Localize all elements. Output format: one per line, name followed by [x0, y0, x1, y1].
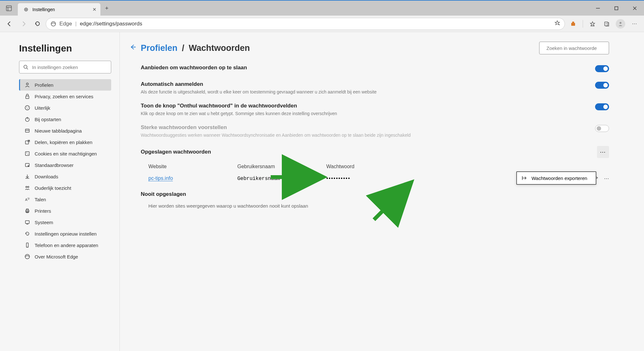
setting-toggle[interactable]	[595, 103, 609, 110]
edge-icon	[24, 254, 30, 259]
svg-point-4	[25, 9, 27, 10]
minimize-button[interactable]	[589, 1, 607, 16]
sidebar-item-label: Nieuwe tabbladpagina	[35, 128, 82, 134]
setting-toggle[interactable]	[595, 65, 609, 72]
new-tab-button[interactable]: +	[100, 1, 113, 16]
back-button[interactable]	[4, 18, 15, 30]
extension-icon[interactable]	[567, 18, 579, 30]
close-tab-icon[interactable]: ✕	[92, 7, 97, 12]
sidebar-item-label: Over Microsoft Edge	[35, 254, 78, 259]
tab-title: Instellingen	[32, 7, 55, 12]
page-search-input[interactable]	[546, 45, 607, 51]
password-table-header: Website Gebruikersnaam Wachtwoord	[129, 164, 609, 169]
sidebar-item-delen-kopi-ren-en-plakken[interactable]: Delen, kopiëren en plakken	[19, 136, 111, 148]
app-menu-icon[interactable]	[0, 1, 18, 16]
svg-point-36	[28, 165, 29, 167]
svg-rect-32	[25, 152, 29, 155]
setting-row: Sterke wachtwoorden voorstellenWachtwoor…	[129, 124, 609, 138]
svg-rect-11	[571, 23, 575, 26]
setting-desc: Wachtwoordsuggesties werken wanneer Wach…	[141, 133, 411, 138]
toolbar: Edge | edge://settings/passwords ⋯	[0, 16, 644, 32]
sidebar-title: Instellingen	[19, 43, 111, 54]
setting-desc: Als deze functie is uitgeschakeld, wordt…	[141, 89, 376, 94]
breadcrumb-parent[interactable]: Profielen	[141, 43, 178, 53]
svg-rect-14	[605, 22, 608, 26]
forward-button[interactable]	[18, 18, 29, 30]
profile-avatar[interactable]	[615, 18, 626, 30]
reset-icon	[24, 231, 30, 237]
edge-icon	[51, 21, 56, 27]
svg-point-22	[25, 106, 30, 110]
sidebar: Instellingen ProfielenPrivacy, zoeken en…	[0, 32, 120, 351]
password-row-more-icon[interactable]: ⋯	[604, 176, 609, 182]
setting-title: Automatisch aanmelden	[141, 81, 376, 87]
family-icon	[24, 185, 30, 191]
sidebar-item-ouderlijk-toezicht[interactable]: Ouderlijk toezicht	[19, 182, 111, 194]
setting-toggle[interactable]	[595, 125, 609, 132]
system-icon	[24, 219, 30, 225]
cookie-icon	[24, 151, 30, 156]
sidebar-item-privacy-zoeken-en-services[interactable]: Privacy, zoeken en services	[19, 91, 111, 102]
maximize-button[interactable]	[607, 1, 626, 16]
setting-title: Sterke wachtwoorden voorstellen	[141, 124, 411, 131]
svg-point-49	[27, 246, 28, 247]
sidebar-item-printers[interactable]: Printers	[19, 205, 111, 217]
setting-row: Aanbieden om wachtwoorden op te slaan	[129, 65, 609, 73]
sidebar-item-talen[interactable]: A字Talen	[19, 194, 111, 205]
refresh-button[interactable]	[32, 18, 43, 30]
address-bar[interactable]: Edge | edge://settings/passwords	[46, 18, 565, 30]
export-passwords-menu-item[interactable]: Wachtwoorden exporteren	[516, 171, 596, 185]
saved-passwords-more-button[interactable]: ⋯	[597, 146, 609, 158]
column-username: Gebruikersnaam	[237, 164, 326, 169]
column-password: Wachtwoord	[326, 164, 609, 169]
sidebar-item-cookies-en-site-machtigingen[interactable]: Cookies en site machtigingen	[19, 148, 111, 159]
svg-point-34	[28, 154, 28, 155]
close-window-button[interactable]	[626, 1, 644, 16]
sidebar-item-profielen[interactable]: Profielen	[19, 79, 111, 91]
profile-icon	[24, 82, 30, 88]
svg-rect-44	[26, 209, 28, 210]
setting-toggle[interactable]	[595, 82, 609, 89]
svg-line-57	[374, 185, 409, 220]
sidebar-item-downloads[interactable]: Downloads	[19, 171, 111, 182]
svg-line-19	[27, 68, 28, 69]
sidebar-item-over-microsoft-edge[interactable]: Over Microsoft Edge	[19, 251, 111, 262]
sidebar-search[interactable]	[19, 61, 111, 73]
sidebar-item-nieuwe-tabbladpagina[interactable]: Nieuwe tabbladpagina	[19, 125, 111, 136]
phone-icon	[24, 242, 30, 248]
sidebar-item-uiterlijk[interactable]: Uiterlijk	[19, 102, 111, 114]
collections-icon[interactable]	[601, 18, 612, 30]
favorites-icon[interactable]	[587, 18, 598, 30]
sidebar-item-systeem[interactable]: Systeem	[19, 217, 111, 228]
page-search[interactable]	[539, 42, 609, 54]
svg-point-9	[51, 22, 56, 26]
annotation-arrow	[269, 171, 326, 185]
language-icon: A字	[24, 196, 30, 202]
svg-point-3	[24, 8, 28, 11]
tab-icon	[24, 128, 30, 134]
sidebar-item-label: Systeem	[35, 220, 53, 225]
browser-tab[interactable]: Instellingen ✕	[18, 3, 100, 16]
svg-point-33	[26, 153, 27, 153]
favorite-star-icon[interactable]	[554, 20, 560, 27]
breadcrumb-back-icon[interactable]	[129, 44, 136, 52]
svg-point-50	[25, 254, 30, 259]
svg-point-20	[26, 83, 28, 85]
svg-point-24	[28, 107, 29, 107]
sidebar-search-input[interactable]	[32, 65, 107, 70]
setting-title: Toon de knop "Onthul wachtwoord" in de w…	[141, 103, 337, 109]
sidebar-item-bij-opstarten[interactable]: Bij opstarten	[19, 114, 111, 125]
svg-point-23	[26, 107, 27, 107]
svg-rect-46	[25, 221, 29, 224]
svg-rect-6	[615, 7, 618, 10]
svg-rect-12	[572, 22, 574, 23]
share-icon	[24, 139, 30, 145]
sidebar-item-standaardbrowser[interactable]: Standaardbrowser	[19, 159, 111, 171]
password-site-link[interactable]: pc-tips.info	[148, 176, 173, 181]
sidebar-item-instellingen-opnieuw-instellen[interactable]: Instellingen opnieuw instellen	[19, 228, 111, 239]
never-saved-desc: Hier worden sites weergegeven waarop u w…	[129, 203, 609, 209]
export-icon	[521, 175, 527, 181]
more-menu-icon[interactable]: ⋯	[629, 18, 640, 30]
sidebar-item-label: Printers	[35, 208, 51, 214]
sidebar-item-telefoon-en-andere-apparaten[interactable]: Telefoon en andere apparaten	[19, 239, 111, 251]
